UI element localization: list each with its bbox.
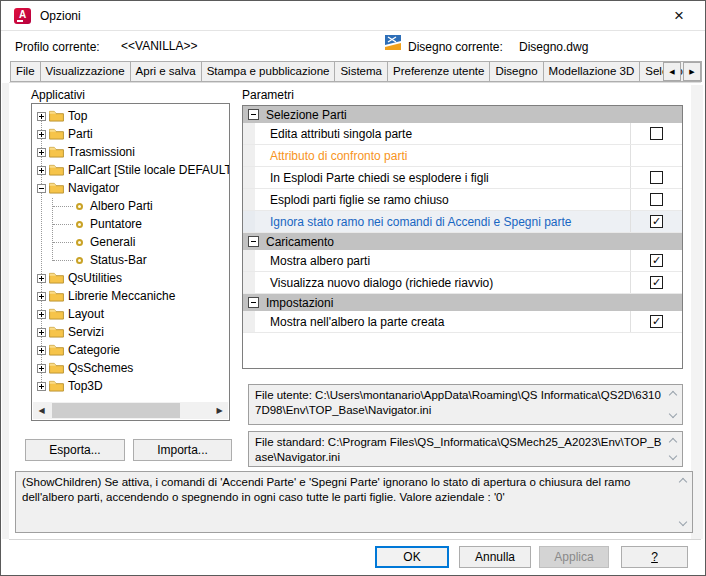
checkbox-unchecked[interactable] xyxy=(650,127,663,140)
tree-item-top3d[interactable]: Top3D xyxy=(32,377,229,395)
expand-plus-icon[interactable] xyxy=(37,112,46,121)
tree-item-librerie-meccaniche[interactable]: Librerie Meccaniche xyxy=(32,287,229,305)
param-row-mostra-parte-creata[interactable]: Mostra nell'albero la parte creata xyxy=(243,311,682,333)
tree-item-navigator[interactable]: Navigator xyxy=(32,179,229,197)
tab-apri-e-salva[interactable]: Apri e salva xyxy=(130,61,202,82)
tab-sistema[interactable]: Sistema xyxy=(334,61,388,82)
param-value-cell[interactable] xyxy=(630,145,682,166)
expand-plus-icon[interactable] xyxy=(37,310,46,319)
tree-item-trasmissioni[interactable]: Trasmissioni xyxy=(32,143,229,161)
checkbox-unchecked[interactable] xyxy=(650,171,663,184)
row-gutter xyxy=(243,145,255,166)
tree-item-label: Status-Bar xyxy=(90,253,147,267)
user-file-path-box[interactable]: File utente: C:\Users\montanario\AppData… xyxy=(248,384,683,425)
tree-item-label: QsUtilities xyxy=(68,271,122,285)
standard-file-path-box[interactable]: File standard: C:\Program Files\QS_Infor… xyxy=(248,431,683,467)
checkbox-checked[interactable] xyxy=(650,254,663,267)
param-row-ignora-stato-ramo[interactable]: Ignora stato ramo nei comandi di Accendi… xyxy=(243,211,682,233)
tree-item-albero-parti[interactable]: Albero Parti xyxy=(32,197,229,215)
help-button[interactable]: ? xyxy=(621,546,688,568)
checkbox-checked[interactable] xyxy=(650,215,663,228)
expand-plus-icon[interactable] xyxy=(37,130,46,139)
tree-item-layout[interactable]: Layout xyxy=(32,305,229,323)
expand-plus-icon[interactable] xyxy=(37,364,46,373)
checkbox-checked[interactable] xyxy=(650,276,663,289)
section-label: Selezione Parti xyxy=(266,108,347,122)
expand-plus-icon[interactable] xyxy=(37,166,46,175)
tree-item-status-bar[interactable]: Status-Bar xyxy=(32,251,229,269)
scroll-down-icon[interactable] xyxy=(679,518,687,526)
import-button[interactable]: Importa... xyxy=(133,439,232,461)
tree-item-parti[interactable]: Parti xyxy=(32,125,229,143)
param-value-cell[interactable] xyxy=(630,211,682,232)
collapse-minus-icon[interactable] xyxy=(248,109,259,120)
param-row-mostra-albero-parti[interactable]: Mostra albero parti xyxy=(243,250,682,272)
tree-item-label: Generali xyxy=(90,235,135,249)
param-value-cell[interactable] xyxy=(630,189,682,210)
row-gutter xyxy=(243,189,255,210)
param-row-visualizza-nuovo-dialogo[interactable]: Visualizza nuovo dialogo (richiede riavv… xyxy=(243,272,682,294)
tree-item-label: Layout xyxy=(68,307,104,321)
param-value-cell[interactable] xyxy=(630,311,682,332)
tab-file[interactable]: File xyxy=(10,61,41,82)
tree-item-servizi[interactable]: Servizi xyxy=(32,323,229,341)
scrollbar-thumb[interactable] xyxy=(52,403,180,418)
tree-item-top[interactable]: Top xyxy=(32,107,229,125)
folder-icon xyxy=(49,326,64,338)
param-value-cell[interactable] xyxy=(630,123,682,144)
expand-plus-icon[interactable] xyxy=(37,274,46,283)
section-caricamento[interactable]: Caricamento xyxy=(243,233,682,250)
collapse-minus-icon[interactable] xyxy=(37,184,46,193)
close-icon[interactable]: × xyxy=(665,4,693,28)
export-button[interactable]: Esporta... xyxy=(25,439,125,461)
tree-item-qsschemes[interactable]: QsSchemes xyxy=(32,359,229,377)
param-row-attributo-confronto[interactable]: Attributo di confronto parti xyxy=(243,145,682,167)
scroll-up-icon[interactable] xyxy=(669,391,677,399)
tree-item-categorie[interactable]: Categorie xyxy=(32,341,229,359)
expand-plus-icon[interactable] xyxy=(37,328,46,337)
tree-item-generali[interactable]: Generali xyxy=(32,233,229,251)
cancel-button[interactable]: Annulla xyxy=(459,546,531,568)
tab-disegno[interactable]: Disegno xyxy=(489,61,543,82)
tab-scroll-left-icon[interactable]: ◀ xyxy=(663,62,681,81)
checkbox-unchecked[interactable] xyxy=(650,193,663,206)
title-bar[interactable]: A Opzioni × xyxy=(1,1,705,31)
apply-button[interactable]: Applica xyxy=(539,546,609,568)
tree-horizontal-scrollbar[interactable]: ◀ ▶ xyxy=(33,402,228,419)
row-gutter xyxy=(243,167,255,188)
tab-modellazione-3d[interactable]: Modellazione 3D xyxy=(543,61,641,82)
expand-plus-icon[interactable] xyxy=(37,346,46,355)
tree-item-puntatore[interactable]: Puntatore xyxy=(32,215,229,233)
param-value-cell[interactable] xyxy=(630,167,682,188)
param-value-cell[interactable] xyxy=(630,272,682,293)
tab-stampa-e-pubblicazione[interactable]: Stampa e pubblicazione xyxy=(201,61,336,82)
param-row-esplodi-parti-figlie[interactable]: Esplodi parti figlie se ramo chiuso xyxy=(243,189,682,211)
scroll-up-icon[interactable] xyxy=(679,478,687,486)
collapse-minus-icon[interactable] xyxy=(248,236,259,247)
standard-file-path: File standard: C:\Program Files\QS_Infor… xyxy=(255,435,664,464)
section-impostazioni[interactable]: Impostazioni xyxy=(243,294,682,311)
section-selezione-parti[interactable]: Selezione Parti xyxy=(243,106,682,123)
param-value-cell[interactable] xyxy=(630,250,682,271)
tab-preferenze-utente[interactable]: Preferenze utente xyxy=(387,61,490,82)
tree-item-pallcart[interactable]: PallCart [Stile locale DEFAULT_BBE xyxy=(32,161,229,179)
scroll-down-icon[interactable] xyxy=(669,452,677,460)
checkbox-checked[interactable] xyxy=(650,315,663,328)
tab-visualizzazione[interactable]: Visualizzazione xyxy=(40,61,131,82)
param-row-edita-attributi[interactable]: Edita attributi singola parte xyxy=(243,123,682,145)
scroll-up-icon[interactable] xyxy=(669,438,677,446)
applications-tree[interactable]: Top Parti Trasmissioni PallCart [Stile l… xyxy=(31,103,230,421)
ok-button[interactable]: OK xyxy=(375,546,449,568)
tree-item-qsutilities[interactable]: QsUtilities xyxy=(32,269,229,287)
parameter-description-box[interactable]: (ShowChildren) Se attiva, i comandi di '… xyxy=(15,471,693,533)
scroll-left-icon[interactable]: ◀ xyxy=(33,402,50,419)
scroll-right-icon[interactable]: ▶ xyxy=(211,402,228,419)
tab-scroll-right-icon[interactable]: ▶ xyxy=(683,62,701,81)
expand-plus-icon[interactable] xyxy=(37,382,46,391)
expand-plus-icon[interactable] xyxy=(37,148,46,157)
expand-plus-icon[interactable] xyxy=(37,292,46,301)
folder-icon xyxy=(49,308,64,320)
scroll-down-icon[interactable] xyxy=(669,410,677,418)
collapse-minus-icon[interactable] xyxy=(248,297,259,308)
param-row-esplodi-chiedi-figli[interactable]: In Esplodi Parte chiedi se esplodere i f… xyxy=(243,167,682,189)
